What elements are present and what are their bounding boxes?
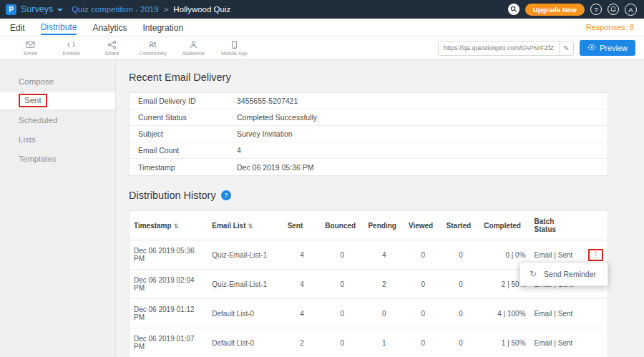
- notifications-bell-icon[interactable]: [608, 4, 619, 15]
- table-row: Dec 06 2019 01:12 PM Default List-0 4 0 …: [130, 299, 608, 328]
- distribute-sidebar: Compose Sent Scheduled Lists Templates: [0, 60, 116, 357]
- breadcrumb: Quiz competition - 2019 > Hollywood Quiz: [72, 5, 230, 14]
- annotation-box-kebab: ⋮: [588, 249, 603, 261]
- content-panel: Recent Email Delivery Email Delivery ID …: [116, 60, 644, 357]
- tool-share[interactable]: Share: [92, 40, 132, 57]
- cell-pending: 1: [364, 328, 404, 357]
- field-label: Current Status: [130, 113, 237, 122]
- sidebar-item-templates[interactable]: Templates: [0, 149, 115, 168]
- cell-sent: 4: [283, 270, 321, 299]
- section-title-text: Distribution History: [129, 190, 216, 201]
- recent-email-delivery-table: Email Delivery ID 3455655-5207421 Curren…: [129, 92, 608, 176]
- mobile-app-icon: [230, 40, 239, 49]
- cell-timestamp: Dec 06 2019 02:04 PM: [130, 270, 208, 299]
- sort-icon[interactable]: ⇅: [174, 222, 179, 230]
- tab-distribute[interactable]: Distribute: [41, 20, 77, 35]
- cell-started: 0: [442, 240, 480, 270]
- cell-pending: 2: [364, 270, 404, 299]
- sidebar-item-label: Compose: [19, 77, 54, 86]
- tool-embed[interactable]: Embed: [51, 40, 92, 57]
- tool-label-audience: Audience: [182, 50, 205, 57]
- tab-analytics[interactable]: Analytics: [92, 21, 127, 34]
- col-pending: Pending: [364, 211, 404, 240]
- cell-bounced: 0: [321, 270, 364, 299]
- sidebar-item-label: Sent: [24, 96, 42, 104]
- sort-icon[interactable]: ⇅: [248, 222, 253, 230]
- tool-email[interactable]: Email: [10, 40, 51, 57]
- cell-bounced: 0: [321, 240, 364, 270]
- cell-viewed: 0: [404, 299, 442, 328]
- tool-mobile-app[interactable]: Mobile App: [214, 40, 255, 57]
- breadcrumb-parent[interactable]: Quiz competition - 2019: [72, 5, 158, 14]
- col-bounced: Bounced: [321, 211, 364, 240]
- tab-integration[interactable]: Integration: [142, 21, 183, 34]
- cell-started: 0: [442, 299, 480, 328]
- cell-email-list: Quiz-Email-List-1: [208, 240, 283, 270]
- delivery-field-row: Email Delivery ID 3455655-5207421: [130, 93, 608, 109]
- responses-count[interactable]: Responses: 8: [586, 23, 634, 31]
- cell-email-list: Default List-0: [208, 328, 283, 357]
- cell-batch-status: Email | Sent: [530, 328, 582, 357]
- send-reminder-icon: ↻: [530, 269, 537, 279]
- field-value: 3455655-5207421: [237, 97, 298, 105]
- col-batch-status: Batch Status: [530, 211, 582, 240]
- tool-label-mobile-app: Mobile App: [221, 50, 248, 57]
- survey-url-input[interactable]: [439, 41, 559, 55]
- col-email-list[interactable]: Email List⇅: [208, 211, 283, 240]
- delivery-field-row: Subject Survey Invitation: [130, 126, 608, 142]
- preview-button[interactable]: Preview: [580, 40, 635, 56]
- field-value: Completed Successfully: [237, 113, 317, 122]
- col-viewed: Viewed: [404, 211, 442, 240]
- field-label: Subject: [130, 129, 237, 138]
- cell-sent: 2: [283, 328, 321, 357]
- annotation-box-sent: Sent: [19, 94, 47, 107]
- questionpro-logo: P: [6, 4, 16, 15]
- embed-icon: [67, 40, 76, 49]
- help-icon[interactable]: ?: [590, 4, 602, 15]
- sidebar-item-compose[interactable]: Compose: [0, 72, 115, 91]
- edit-url-pencil-icon[interactable]: ✎: [559, 41, 573, 55]
- distribution-history-help-icon[interactable]: ?: [221, 190, 231, 200]
- cell-viewed: 0: [404, 240, 442, 270]
- cell-timestamp: Dec 06 2019 01:12 PM: [130, 299, 208, 328]
- col-sent: Sent: [283, 211, 321, 240]
- sidebar-item-scheduled[interactable]: Scheduled: [0, 110, 115, 129]
- field-value: 4: [237, 146, 241, 155]
- upgrade-now-button[interactable]: Upgrade Now: [525, 4, 585, 16]
- toolbar-right: ✎ Preview: [438, 40, 635, 56]
- tool-label-share: Share: [104, 50, 119, 57]
- tab-edit[interactable]: Edit: [10, 21, 25, 34]
- caret-down-icon: [57, 9, 63, 11]
- cell-actions: [582, 299, 608, 328]
- sidebar-item-sent[interactable]: Sent: [0, 91, 115, 110]
- tool-label-community: Community: [140, 50, 167, 57]
- tool-audience[interactable]: Audience: [173, 40, 214, 57]
- kebab-menu-icon[interactable]: ⋮: [592, 250, 600, 259]
- cell-viewed: 0: [404, 270, 442, 299]
- send-reminder-menu-item[interactable]: ↻ Send Reminder: [520, 263, 608, 285]
- email-icon: [26, 40, 35, 49]
- cell-pending: 0: [364, 299, 404, 328]
- topbar-actions: Upgrade Now ? A: [508, 4, 637, 16]
- main-area: Compose Sent Scheduled Lists Templates R…: [0, 60, 644, 357]
- cell-viewed: 0: [404, 328, 442, 357]
- brand[interactable]: P Surveys: [6, 4, 72, 15]
- col-label: Timestamp: [134, 222, 172, 230]
- cell-sent: 4: [283, 240, 321, 270]
- share-icon: [107, 40, 117, 49]
- eye-icon: [587, 44, 596, 52]
- search-icon[interactable]: [508, 4, 519, 15]
- tool-community[interactable]: Community: [132, 40, 173, 57]
- section-title-text: Recent Email Delivery: [129, 72, 231, 83]
- delivery-field-row: Email Count 4: [130, 142, 608, 159]
- surveys-menu-label[interactable]: Surveys: [21, 4, 53, 14]
- community-icon: [148, 40, 157, 49]
- cell-completed: 1 | 50%: [479, 328, 530, 357]
- avatar[interactable]: A: [625, 4, 637, 16]
- cell-started: 0: [442, 328, 480, 357]
- sidebar-item-lists[interactable]: Lists: [0, 129, 115, 149]
- audience-icon: [189, 40, 198, 49]
- row-context-menu: ↻ Send Reminder: [519, 262, 608, 286]
- cell-pending: 4: [364, 240, 404, 270]
- col-timestamp[interactable]: Timestamp⇅: [130, 211, 208, 240]
